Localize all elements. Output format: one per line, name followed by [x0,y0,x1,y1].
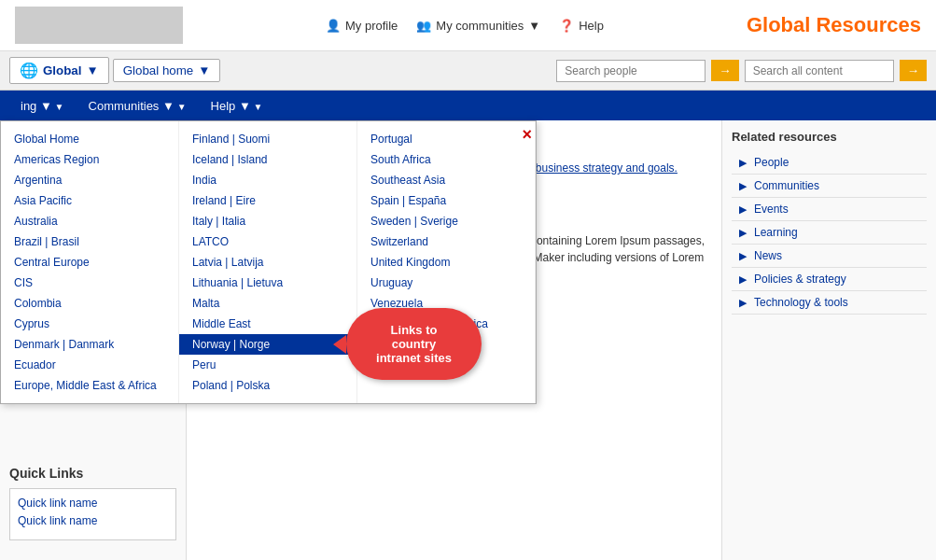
dropdown-item-latco[interactable]: LATCO [179,231,356,252]
dropdown-item-malta[interactable]: Malta [179,293,356,314]
country-dropdown: × Global Home Americas Region Argentina … [0,120,537,404]
dropdown-item-brazil[interactable]: Brazil | Brasil [1,231,178,252]
dropdown-item-southeast-asia[interactable]: Southeast Asia [357,170,535,190]
dropdown-item-south-africa[interactable]: South Africa [357,149,535,170]
related-item-policies-strategy[interactable]: ▶ Policies & strategy [732,268,927,291]
dropdown-item-spain[interactable]: Spain | España [357,190,535,211]
quick-link-1[interactable]: Quick link name [18,497,168,510]
search-people-button[interactable]: → [711,60,738,81]
header-nav: 👤 My profile 👥 My communities ▼ ❓ Help [326,19,604,33]
arrow-icon-news: ▶ [739,250,747,262]
quick-links-box: Quick link name Quick link name [9,488,176,540]
dropdown-item-cis[interactable]: CIS [1,273,178,293]
related-item-people[interactable]: ▶ People [732,151,927,175]
help-link[interactable]: ❓ Help [559,19,604,33]
nav-tabs: ing ▼ Communities ▼ Help ▼ [0,91,936,120]
help-icon: ❓ [559,19,574,33]
tab-communities[interactable]: Communities ▼ [77,93,198,119]
header: 👤 My profile 👥 My communities ▼ ❓ Help G… [0,0,936,51]
dropdown-item-norway[interactable]: Norway | Norge [179,334,356,355]
dropdown-item-global-home[interactable]: Global Home [1,129,178,149]
dropdown-item-asia-pacific[interactable]: Asia Pacific [1,190,178,211]
dropdown-item-lithuania[interactable]: Lithuania | Lietuva [179,273,356,293]
dropdown-item-sweden[interactable]: Sweden | Sverige [357,211,535,231]
dropdown-item-middle-east[interactable]: Middle East [179,314,356,334]
right-sidebar: Related resources ▶ People ▶ Communities… [721,120,936,560]
arrow-icon-events: ▶ [739,203,747,216]
chevron-down-icon: ▼ [198,63,210,77]
dropdown-item-denmark[interactable]: Denmark | Danmark [1,334,178,355]
dropdown-close-button[interactable]: × [522,125,532,145]
dropdown-item-iceland[interactable]: Iceland | Island [179,149,356,170]
search-all-button[interactable]: → [900,60,927,81]
tab-help[interactable]: Help ▼ [200,93,274,119]
dropdown-item-ecuador[interactable]: Ecuador [1,355,178,375]
related-item-communities[interactable]: ▶ Communities [732,175,927,198]
arrow-icon-policies: ▶ [739,273,747,286]
content-strategy-link[interactable]: te's business strategy and goals. [515,161,678,175]
my-profile-link[interactable]: 👤 My profile [326,19,398,33]
related-resources-title: Related resources [732,130,927,144]
tab-sharing[interactable]: ing ▼ [9,93,76,119]
dropdown-item-switzerland[interactable]: Switzerland [357,231,535,252]
arrow-icon-communities: ▶ [739,180,747,192]
globe-icon: 🌐 [20,62,38,79]
dropdown-item-india[interactable]: India [179,170,356,190]
arrow-icon-people: ▶ [739,157,747,169]
search-all-input[interactable] [745,60,894,82]
global-dropdown-button[interactable]: 🌐 Global ▼ [9,57,109,84]
main-area: × Global Home Americas Region Argentina … [0,120,936,560]
dropdown-item-colombia[interactable]: Colombia [1,293,178,314]
community-icon: 👥 [416,19,431,33]
dropdown-item-peru[interactable]: Peru [179,355,356,375]
dropdown-item-argentina[interactable]: Argentina [1,170,178,190]
dropdown-item-americas-region[interactable]: Americas Region [1,149,178,170]
toolbar-search: → → [556,60,927,82]
dropdown-item-uruguay[interactable]: Uruguay [357,273,535,293]
dropdown-col-2: Finland | Suomi Iceland | Island India I… [179,121,357,403]
related-item-news[interactable]: ▶ News [732,245,927,268]
arrow-icon-learning: ▶ [739,227,747,239]
dropdown-item-cyprus[interactable]: Cyprus [1,314,178,334]
brand-title: Global Resources [747,13,921,37]
chevron-down-icon: ▼ [86,63,98,77]
dropdown-item-europe-mea[interactable]: Europe, Middle East & Africa [1,375,178,396]
quick-link-2[interactable]: Quick link name [18,514,168,527]
related-item-learning[interactable]: ▶ Learning [732,221,927,245]
dropdown-item-finland[interactable]: Finland | Suomi [179,129,356,149]
dropdown-item-italy[interactable]: Italy | Italia [179,211,356,231]
callout-bubble: Links to country intranet sites [346,308,482,380]
quick-links-title: Quick Links [9,466,176,481]
company-logo [15,7,183,44]
global-home-button[interactable]: Global home ▼ [113,59,221,82]
related-item-technology-tools[interactable]: ▶ Technology & tools [732,291,927,315]
arrow-icon-technology: ▶ [739,297,747,309]
my-communities-link[interactable]: 👥 My communities ▼ [416,19,540,33]
dropdown-col-1: Global Home Americas Region Argentina As… [1,121,179,403]
dropdown-item-portugal[interactable]: Portugal [357,129,535,149]
dropdown-item-uk[interactable]: United Kingdom [357,252,535,273]
related-item-events[interactable]: ▶ Events [732,198,927,221]
dropdown-item-latvia[interactable]: Latvia | Latvija [179,252,356,273]
dropdown-item-australia[interactable]: Australia [1,211,178,231]
dropdown-item-ireland[interactable]: Ireland | Eire [179,190,356,211]
person-icon: 👤 [326,19,341,33]
dropdown-item-central-europe[interactable]: Central Europe [1,252,178,273]
search-people-input[interactable] [556,60,705,82]
toolbar: 🌐 Global ▼ Global home ▼ → → [0,51,936,91]
dropdown-item-poland[interactable]: Poland | Polska [179,375,356,396]
